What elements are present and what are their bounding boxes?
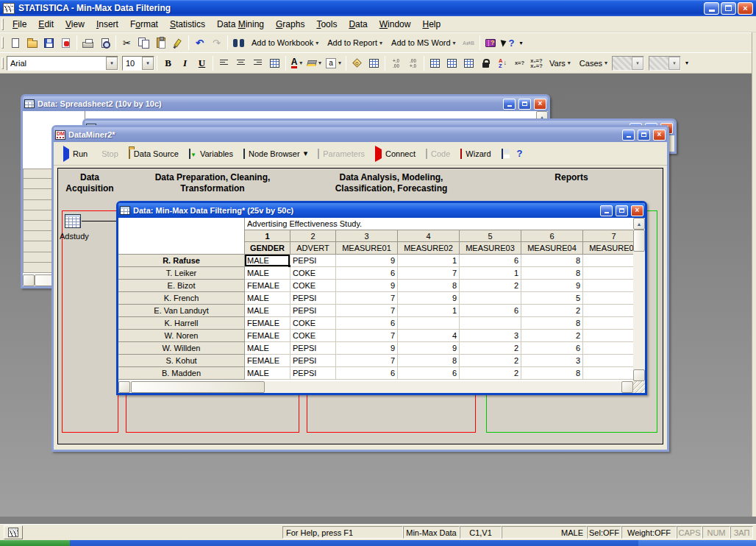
menu-window[interactable]: Window bbox=[374, 17, 417, 32]
table-cell[interactable]: PEPSI bbox=[290, 305, 336, 317]
column-name-header[interactable]: MEASURE02 bbox=[398, 242, 460, 255]
dm-code-button[interactable]: Code bbox=[421, 147, 455, 160]
case-row-header[interactable]: W. Willden bbox=[118, 342, 245, 355]
adstudy-node-label[interactable]: Adstudy bbox=[60, 232, 104, 241]
vars-menu-button[interactable]: Vars▾ bbox=[545, 55, 575, 71]
table-cell[interactable] bbox=[583, 292, 633, 305]
decrease-decimal-button[interactable]: .00 +.0 bbox=[404, 55, 421, 71]
macro-record-button[interactable]: A⇄B bbox=[460, 35, 477, 51]
table-cell[interactable]: 8 bbox=[521, 317, 583, 330]
table-cell[interactable]: 1 bbox=[398, 255, 460, 267]
column-name-header[interactable]: ADVERT bbox=[290, 242, 336, 255]
minmax-titlebar[interactable]: Data: Min-Max Data Filtering* (25v by 50… bbox=[118, 203, 645, 218]
bold-button[interactable]: B bbox=[160, 55, 176, 71]
column-name-header[interactable]: MEASURE01 bbox=[336, 242, 398, 255]
table-cell[interactable]: 6 bbox=[336, 317, 398, 330]
menu-insert[interactable]: Insert bbox=[90, 17, 124, 32]
column-number-header[interactable]: 4 bbox=[398, 230, 460, 242]
help-book-button[interactable]: ? bbox=[482, 35, 499, 51]
case-weights-button[interactable] bbox=[477, 55, 494, 71]
table-cell[interactable]: COKE bbox=[290, 330, 336, 342]
menu-edit[interactable]: Edit bbox=[32, 17, 60, 32]
active-cell[interactable]: MALE bbox=[245, 255, 290, 267]
case-row-header[interactable]: E. Bizot bbox=[118, 280, 245, 292]
save-pdf-button[interactable] bbox=[57, 35, 74, 51]
corner-header-cell[interactable] bbox=[118, 218, 245, 255]
table-cell[interactable] bbox=[398, 317, 460, 330]
menu-file[interactable]: File bbox=[7, 17, 32, 32]
dm-parameters-button[interactable]: Parameters bbox=[313, 147, 370, 160]
align-right-button[interactable] bbox=[249, 55, 266, 71]
font-family-combo[interactable]: Arial▾ bbox=[7, 56, 118, 71]
add-to-ms-word-button[interactable]: Add to MS Word▾ bbox=[387, 35, 460, 51]
minimize-button[interactable] bbox=[503, 99, 516, 110]
table-cell[interactable]: 2 bbox=[460, 342, 521, 355]
table-cell[interactable]: 7 bbox=[398, 267, 460, 280]
fill-color-button[interactable]: ▾ bbox=[305, 55, 324, 71]
table-cell[interactable]: 7 bbox=[336, 355, 398, 367]
table-cell[interactable]: FEMALE bbox=[245, 330, 290, 342]
font-color-button[interactable]: A▾ bbox=[288, 55, 305, 71]
redo-button[interactable]: ↷ bbox=[208, 35, 225, 51]
spreadsheet2-titlebar[interactable]: Data: Spreadsheet2 (10v by 10c) × bbox=[23, 96, 548, 111]
scroll-thumb[interactable] bbox=[633, 230, 645, 252]
toolbar-grip[interactable] bbox=[1, 57, 4, 69]
table-cell[interactable]: COKE bbox=[290, 267, 336, 280]
table-cell[interactable]: 9 bbox=[336, 342, 398, 355]
table-cell[interactable] bbox=[460, 317, 521, 330]
table-cell[interactable]: 6 bbox=[460, 255, 521, 267]
case-row-header[interactable]: S. Kohut bbox=[118, 355, 245, 367]
table-cell[interactable]: COKE bbox=[290, 317, 336, 330]
variable-specs-button[interactable] bbox=[427, 55, 443, 71]
toolbar-overflow-arrow[interactable]: ▾ bbox=[685, 60, 688, 66]
menu-graphs[interactable]: Graphs bbox=[270, 17, 310, 32]
grid-display-button[interactable] bbox=[365, 55, 382, 71]
menu-help[interactable]: Help bbox=[416, 17, 446, 32]
scroll-left-button[interactable] bbox=[23, 274, 35, 286]
case-row-header[interactable]: K. French bbox=[118, 292, 245, 305]
table-cell[interactable]: 6 bbox=[336, 267, 398, 280]
table-cell[interactable]: 5 bbox=[521, 292, 583, 305]
status-cell-position[interactable]: C1,V1 bbox=[460, 526, 502, 539]
table-cell[interactable]: FEMALE bbox=[245, 317, 290, 330]
table-cell[interactable]: PEPSI bbox=[290, 367, 336, 380]
column-name-header[interactable]: GENDER bbox=[245, 242, 290, 255]
align-left-button[interactable] bbox=[215, 55, 232, 71]
dataminer-titlebar[interactable]: DM DataMiner2* × bbox=[54, 127, 667, 142]
status-selection-toggle[interactable]: Sel:OFF bbox=[587, 526, 621, 539]
table-cell[interactable]: COKE bbox=[290, 280, 336, 292]
verify-specs-button[interactable] bbox=[460, 55, 477, 71]
table-cell[interactable]: PEPSI bbox=[290, 355, 336, 367]
windows-taskbar-edge[interactable] bbox=[0, 540, 756, 546]
vertical-scrollbar[interactable]: ▲ bbox=[633, 218, 645, 381]
table-cell[interactable] bbox=[583, 355, 633, 367]
dm-variables-button[interactable]: ▼Variables bbox=[184, 147, 238, 160]
print-button[interactable] bbox=[79, 35, 96, 51]
table-cell[interactable]: 9 bbox=[398, 292, 460, 305]
table-cell[interactable]: 2 bbox=[460, 367, 521, 380]
cases-menu-button[interactable]: Cases▾ bbox=[575, 55, 612, 71]
format-cells-button[interactable] bbox=[266, 55, 283, 71]
edit-specs-button[interactable] bbox=[443, 55, 460, 71]
borders-button[interactable]: a▾ bbox=[324, 55, 343, 71]
table-cell[interactable]: 7 bbox=[336, 330, 398, 342]
table-cell[interactable]: MALE bbox=[245, 267, 290, 280]
menu-statistics[interactable]: Statistics bbox=[164, 17, 211, 32]
close-button[interactable]: × bbox=[653, 130, 666, 141]
toolbar-grip[interactable] bbox=[1, 37, 4, 49]
adstudy-node-icon[interactable] bbox=[65, 214, 81, 228]
tag-button[interactable] bbox=[349, 55, 365, 71]
column-number-header[interactable]: 7 bbox=[583, 230, 633, 242]
new-button[interactable] bbox=[7, 35, 24, 51]
recalculate-button[interactable]: x=? bbox=[511, 55, 528, 71]
case-row-header[interactable]: E. Van Landuyt bbox=[118, 305, 245, 317]
table-cell[interactable]: 8 bbox=[398, 355, 460, 367]
table-cell[interactable]: 3 bbox=[460, 330, 521, 342]
table-cell[interactable]: 2 bbox=[460, 280, 521, 292]
table-cell[interactable]: MALE bbox=[245, 305, 290, 317]
menu-view[interactable]: View bbox=[60, 17, 90, 32]
column-number-header[interactable]: 2 bbox=[290, 230, 336, 242]
table-cell[interactable]: 6 bbox=[460, 305, 521, 317]
maximize-button[interactable] bbox=[518, 99, 531, 110]
minmax-data-window[interactable]: Data: Min-Max Data Filtering* (25v by 50… bbox=[116, 201, 647, 395]
